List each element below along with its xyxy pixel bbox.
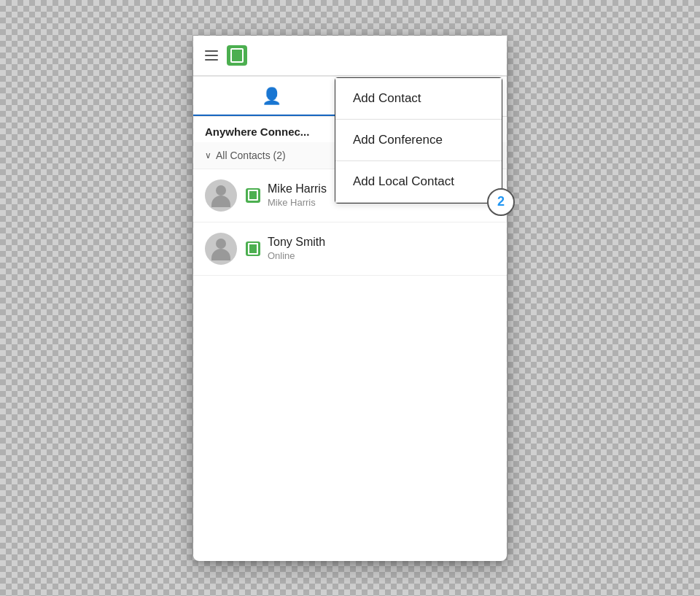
phone-app: Add Contact Add Conference Add Local Con…	[193, 36, 507, 561]
contact-item-tony-smith[interactable]: Tony Smith Online	[193, 222, 507, 276]
add-contact-menu-item[interactable]: Add Contact	[335, 78, 502, 120]
app-header: Add Contact Add Conference Add Local Con…	[193, 36, 507, 77]
hamburger-menu[interactable]	[205, 50, 218, 61]
avatar-tony-smith	[205, 233, 237, 265]
contact-status-tony-smith: Online	[268, 250, 495, 261]
add-local-contact-menu-item[interactable]: Add Local Contact	[335, 161, 502, 203]
avatar-mike-harris	[205, 179, 237, 212]
empty-content-area	[193, 276, 507, 509]
badge-number: 2	[487, 188, 515, 216]
tab-contacts[interactable]: 👤	[193, 77, 350, 116]
flag-badge-mike-harris	[246, 188, 260, 203]
section-label: All Contacts (2)	[216, 150, 286, 161]
contact-name-tony-smith: Tony Smith	[268, 236, 495, 249]
context-menu: Add Contact Add Conference Add Local Con…	[335, 77, 502, 204]
contact-info-tony-smith: Tony Smith Online	[268, 236, 495, 261]
add-conference-menu-item[interactable]: Add Conference	[335, 120, 502, 161]
app-badge-tony-smith	[246, 241, 260, 256]
contacts-tab-icon: 👤	[262, 87, 281, 106]
chevron-down-icon: ∨	[205, 150, 211, 160]
app-logo[interactable]	[227, 45, 247, 66]
